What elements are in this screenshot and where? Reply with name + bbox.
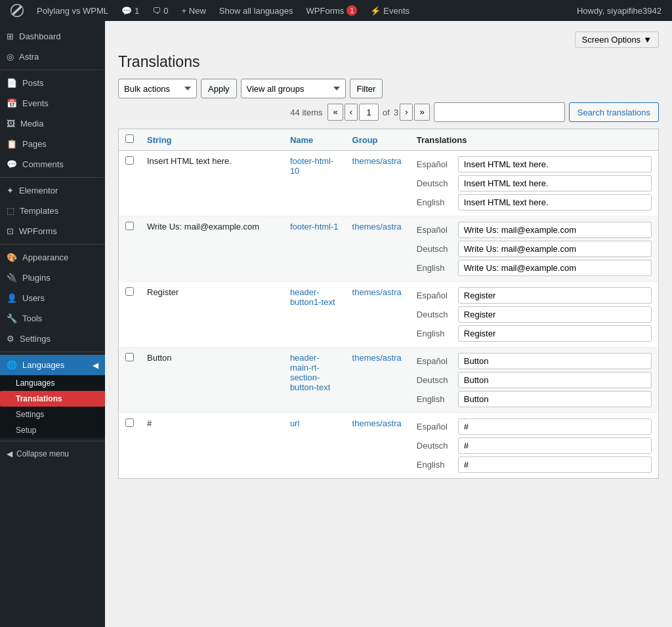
translations-table: String Name Group Translations Insert HT… (118, 129, 659, 479)
translation-input[interactable] (458, 353, 652, 369)
row-checkbox[interactable] (125, 222, 134, 230)
comments-item[interactable]: 💬 1 (116, 0, 144, 21)
sidebar-item-appearance[interactable]: 🎨 Appearance (0, 247, 105, 268)
submenu-item-settings[interactable]: Settings (0, 407, 105, 422)
row-checkbox[interactable] (125, 156, 134, 165)
dashboard-icon: ⊞ (7, 31, 14, 41)
translation-row: Deutsch (417, 175, 652, 192)
translation-input[interactable] (458, 260, 652, 276)
row-translations-cell: EspañolDeutschEnglish (410, 216, 659, 282)
row-group: themes/astra (346, 413, 410, 479)
row-translations-cell: EspañolDeutschEnglish (410, 151, 659, 216)
translation-input[interactable] (458, 418, 652, 435)
row-string: Register (140, 282, 284, 348)
translation-input[interactable] (458, 456, 652, 473)
sidebar-item-label: Media (20, 119, 43, 129)
search-input[interactable] (434, 102, 565, 122)
bulk-actions-select[interactable]: Bulk actions (118, 79, 197, 98)
next-page-button[interactable]: › (400, 104, 413, 121)
wp-logo-item[interactable] (5, 0, 29, 21)
lang-label: Deutsch (417, 178, 453, 188)
sidebar-item-settings[interactable]: ⚙ Settings (0, 329, 105, 349)
sidebar-item-users[interactable]: 👤 Users (0, 288, 105, 308)
translation-row: English (417, 260, 652, 276)
users-icon: 👤 (7, 293, 17, 303)
translation-input[interactable] (458, 241, 652, 257)
translation-input[interactable] (458, 391, 652, 407)
screen-options-button[interactable]: Screen Options ▼ (575, 31, 659, 48)
sidebar-item-label: Comments (22, 159, 64, 169)
sidebar-item-comments[interactable]: 💬 Comments (0, 154, 105, 174)
sidebar-item-plugins[interactable]: 🔌 Plugins (0, 268, 105, 288)
translation-row: Deutsch (417, 241, 652, 257)
plugins-icon: 🔌 (7, 273, 17, 283)
sidebar-item-pages[interactable]: 📋 Pages (0, 134, 105, 154)
items-count: 44 items (290, 108, 322, 117)
row-checkbox[interactable] (125, 418, 134, 427)
sidebar-item-label: Appearance (22, 253, 68, 262)
howdy-label: Howdy, siyapifihe3942 (572, 6, 667, 16)
new-label: + New (182, 6, 206, 16)
translation-row: Deutsch (417, 372, 652, 388)
sidebar-item-tools[interactable]: 🔧 Tools (0, 308, 105, 329)
row-string: Button (140, 348, 284, 413)
sidebar-item-label: Plugins (22, 273, 51, 283)
search-translations-button[interactable]: Search translations (569, 102, 659, 122)
group-col-link[interactable]: Group (352, 135, 378, 145)
screen-options-arrow-icon: ▼ (643, 35, 652, 45)
sidebar-item-templates[interactable]: ⬚ Templates (0, 201, 105, 221)
translation-input[interactable] (458, 194, 652, 211)
first-page-button[interactable]: « (327, 104, 343, 121)
th-string: String (140, 129, 284, 151)
sidebar-item-media[interactable]: 🖼 Media (0, 113, 105, 134)
collapse-icon: ◀ (7, 449, 12, 458)
row-group: themes/astra (346, 282, 410, 348)
speech-item[interactable]: 🗨 0 (147, 0, 173, 21)
translation-input[interactable] (458, 175, 652, 192)
sidebar-item-astra[interactable]: ◎ Astra (0, 47, 105, 67)
sidebar-item-languages[interactable]: 🌐 Languages ◀ (0, 355, 105, 375)
collapse-menu-button[interactable]: ◀ Collapse menu (0, 444, 105, 464)
events-item[interactable]: ⚡ Events (365, 0, 415, 21)
submenu-item-languages[interactable]: Languages (0, 375, 105, 391)
submenu-item-setup[interactable]: Setup (0, 422, 105, 438)
elementor-icon: ✦ (7, 186, 14, 195)
sidebar-item-label: Astra (19, 52, 39, 62)
row-name: footer-html-10 (284, 151, 346, 216)
row-name: footer-html-1 (284, 216, 346, 282)
prev-page-button[interactable]: ‹ (345, 104, 358, 121)
translation-input[interactable] (458, 437, 652, 454)
sidebar-item-label: Elementor (19, 186, 58, 195)
sidebar-item-dashboard[interactable]: ⊞ Dashboard (0, 26, 105, 47)
translation-input[interactable] (458, 287, 652, 304)
last-page-button[interactable]: » (414, 104, 429, 121)
wp-logo-icon (10, 4, 24, 17)
translation-input[interactable] (458, 372, 652, 388)
sidebar-item-posts[interactable]: 📄 Posts (0, 73, 105, 93)
wpforms-item[interactable]: WPForms 1 (301, 0, 363, 21)
show-all-languages-item[interactable]: Show all languages (214, 0, 299, 21)
sidebar-item-wpforms[interactable]: ⊡ WPForms (0, 221, 105, 241)
name-col-link[interactable]: Name (290, 135, 313, 145)
site-name-item[interactable]: Polylang vs WPML (32, 0, 114, 21)
row-checkbox[interactable] (125, 353, 134, 361)
translation-input[interactable] (458, 222, 652, 238)
sidebar-item-events[interactable]: 📅 Events (0, 93, 105, 113)
translation-input[interactable] (458, 325, 652, 342)
sidebar-item-label: Posts (22, 78, 44, 88)
new-item[interactable]: + New (177, 0, 211, 21)
current-page-input[interactable] (359, 104, 379, 121)
apply-button[interactable]: Apply (201, 79, 237, 98)
translation-input[interactable] (458, 156, 652, 172)
string-col-link[interactable]: String (147, 135, 172, 145)
view-all-groups-select[interactable]: View all groups (241, 79, 346, 98)
submenu-item-translations[interactable]: Translations (0, 391, 105, 407)
sidebar-item-elementor[interactable]: ✦ Elementor (0, 180, 105, 201)
row-checkbox[interactable] (125, 287, 134, 296)
lang-label: English (417, 394, 453, 404)
th-group: Group (346, 129, 410, 151)
filter-button[interactable]: Filter (350, 79, 383, 98)
translation-input[interactable] (458, 306, 652, 323)
select-all-checkbox[interactable] (125, 134, 134, 143)
sidebar-item-label: Settings (20, 334, 51, 344)
